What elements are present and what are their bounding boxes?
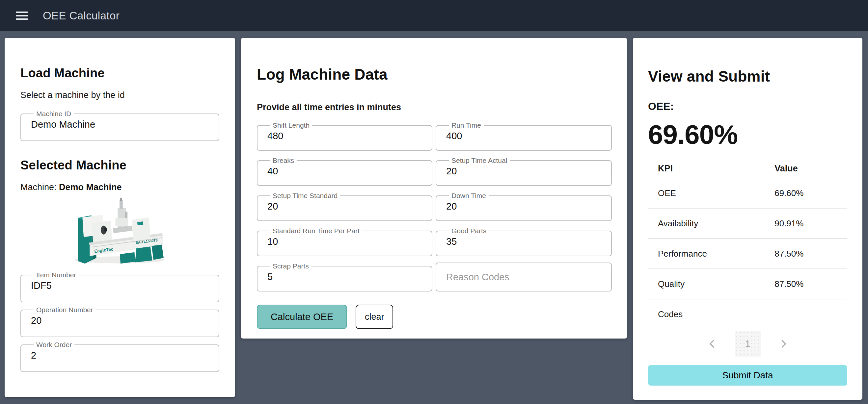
table-row: Quality 87.50%	[648, 268, 847, 299]
table-row: Codes	[648, 299, 847, 329]
setup-time-standard-field: Setup Time Standard	[257, 192, 432, 221]
kpi-cell: Quality	[648, 279, 774, 289]
item-number-input[interactable]	[30, 278, 210, 291]
menu-icon[interactable]	[14, 9, 30, 22]
operation-number-field: Operation Number	[21, 306, 219, 337]
reason-codes-field	[436, 263, 612, 292]
pagination: 1	[648, 331, 847, 357]
hamburger-bar	[16, 11, 28, 13]
operation-number-input[interactable]	[30, 313, 210, 326]
setup-time-standard-label: Setup Time Standard	[270, 192, 340, 199]
scrap-parts-label: Scrap Parts	[270, 263, 311, 269]
chevron-right-icon[interactable]	[776, 337, 790, 351]
breaks-field: Breaks	[257, 157, 432, 186]
table-row: Performance 87.50%	[648, 238, 847, 268]
load-machine-title: Load Machine	[21, 66, 219, 80]
kpi-cell: OEE	[648, 188, 774, 198]
clear-button[interactable]: clear	[355, 305, 393, 329]
kpi-table: KPI Value OEE 69.60% Availability 90.91%…	[648, 159, 847, 329]
app-title: OEE Calculator	[43, 9, 120, 22]
standard-run-time-input[interactable]	[266, 234, 423, 247]
view-and-submit-title: View and Submit	[648, 67, 847, 85]
selected-machine-line: Machine: Demo Machine	[21, 182, 219, 193]
down-time-field: Down Time	[436, 192, 612, 221]
item-number-field: Item Number	[21, 271, 219, 302]
good-parts-field: Good Parts	[436, 227, 612, 256]
kpi-table-header: KPI Value	[648, 159, 847, 178]
load-machine-subtitle: Select a machine by the id	[21, 90, 219, 100]
good-parts-input[interactable]	[445, 234, 602, 247]
kpi-cell: Codes	[648, 309, 774, 319]
load-machine-card: Load Machine Select a machine by the id …	[5, 38, 235, 397]
table-row: OEE 69.60%	[648, 178, 847, 208]
value-header-cell: Value	[774, 164, 847, 174]
kpi-cell: Performance	[648, 249, 774, 259]
view-and-submit-card: View and Submit OEE: 69.60% KPI Value OE…	[633, 38, 862, 400]
value-cell: 90.91%	[774, 218, 847, 229]
good-parts-label: Good Parts	[449, 227, 489, 234]
work-order-label: Work Order	[34, 341, 74, 348]
run-time-label: Run Time	[449, 122, 484, 129]
scrap-parts-field: Scrap Parts	[257, 263, 432, 292]
cnc-lathe-illustration: EagleTec EA-TL1530T3	[65, 197, 174, 267]
machine-label: Machine:	[21, 182, 57, 192]
setup-time-actual-input[interactable]	[445, 164, 602, 177]
breaks-label: Breaks	[270, 157, 297, 164]
log-machine-data-card: Log Machine Data Provide all time entrie…	[241, 38, 627, 339]
run-time-field: Run Time	[436, 122, 612, 151]
setup-time-standard-input[interactable]	[266, 199, 423, 212]
machine-name: Demo Machine	[59, 182, 122, 192]
run-time-input[interactable]	[445, 129, 602, 141]
setup-time-actual-label: Setup Time Actual	[449, 157, 510, 164]
log-machine-data-title: Log Machine Data	[257, 65, 611, 83]
time-entry-grid: Shift Length Run Time Breaks Setup Time …	[257, 122, 611, 292]
kpi-cell: Availability	[648, 218, 774, 229]
machine-image: EagleTec EA-TL1530T3	[65, 197, 174, 267]
hamburger-bar	[16, 15, 28, 16]
table-row: Availability 90.91%	[648, 208, 847, 238]
standard-run-time-field: Standard Run Time Per Part	[257, 227, 432, 256]
work-order-field: Work Order	[21, 341, 219, 372]
standard-run-time-label: Standard Run Time Per Part	[270, 227, 362, 234]
kpi-header-cell: KPI	[648, 164, 774, 174]
chevron-left-icon[interactable]	[705, 337, 719, 351]
machine-id-label: Machine ID	[34, 110, 74, 117]
down-time-input[interactable]	[445, 199, 602, 212]
shift-length-label: Shift Length	[270, 122, 312, 129]
breaks-input[interactable]	[266, 164, 423, 177]
selected-machine-title: Selected Machine	[21, 158, 219, 172]
calculate-oee-button[interactable]: Calculate OEE	[257, 305, 347, 329]
log-actions: Calculate OEE clear	[257, 305, 611, 329]
oee-label: OEE:	[648, 100, 847, 112]
oee-value: 69.60%	[648, 121, 847, 149]
value-cell: 87.50%	[774, 279, 847, 289]
value-cell: 69.60%	[774, 188, 847, 198]
scrap-parts-input[interactable]	[266, 269, 423, 282]
work-order-input[interactable]	[30, 348, 210, 361]
page-number-button[interactable]: 1	[735, 331, 761, 357]
shift-length-field: Shift Length	[257, 122, 432, 151]
main-content: Load Machine Select a machine by the id …	[0, 31, 868, 400]
machine-id-field: Machine ID	[21, 110, 219, 141]
submit-data-button[interactable]: Submit Data	[648, 365, 847, 385]
operation-number-label: Operation Number	[34, 306, 96, 313]
machine-id-input[interactable]	[30, 117, 210, 130]
value-cell: 87.50%	[774, 249, 847, 259]
setup-time-actual-field: Setup Time Actual	[436, 157, 612, 186]
reason-codes-input[interactable]	[445, 263, 602, 291]
hamburger-bar	[16, 19, 28, 20]
shift-length-input[interactable]	[266, 129, 423, 141]
time-entries-note: Provide all time entries in minutes	[257, 102, 611, 112]
down-time-label: Down Time	[449, 192, 489, 199]
app-bar: OEE Calculator	[0, 0, 868, 31]
item-number-label: Item Number	[34, 271, 79, 278]
